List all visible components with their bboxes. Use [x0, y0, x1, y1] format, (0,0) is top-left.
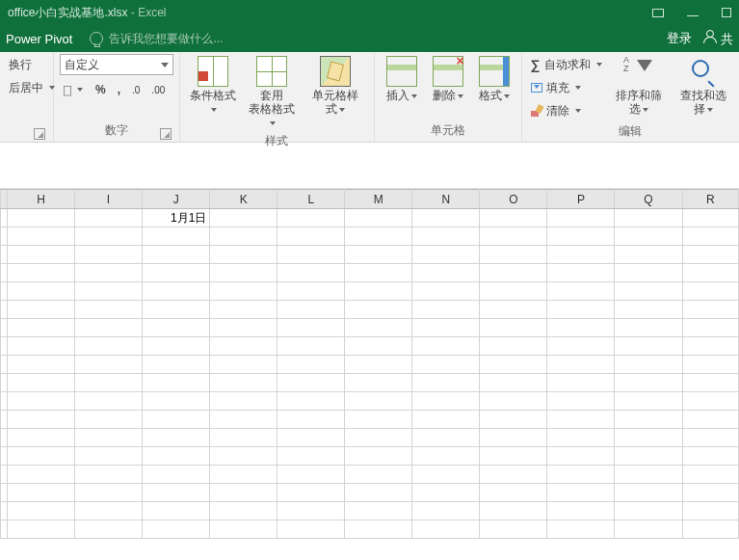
cell-J10[interactable]: [142, 374, 209, 392]
row-header[interactable]: [1, 429, 8, 447]
cell-J11[interactable]: [142, 392, 209, 411]
cell-K16[interactable]: [210, 484, 277, 502]
cell-K18[interactable]: [210, 520, 277, 539]
cell-L13[interactable]: [277, 429, 345, 447]
row-header[interactable]: [1, 484, 8, 502]
cell-M1[interactable]: [345, 209, 412, 227]
cell-styles-button[interactable]: 单元格样式: [303, 54, 367, 118]
cell-L6[interactable]: [277, 301, 345, 319]
tell-me-box[interactable]: 告诉我您想要做什么...: [90, 31, 223, 47]
cell-I7[interactable]: [75, 319, 143, 337]
cell-K12[interactable]: [210, 411, 277, 429]
cell-K4[interactable]: [210, 264, 277, 282]
cell-N16[interactable]: [412, 484, 480, 502]
cell-Q13[interactable]: [615, 429, 682, 447]
cell-Q16[interactable]: [615, 484, 682, 502]
cell-N13[interactable]: [412, 429, 480, 447]
cell-M13[interactable]: [345, 429, 412, 447]
cell-R10[interactable]: [682, 374, 738, 392]
row-header[interactable]: [1, 374, 8, 392]
column-header-I[interactable]: I: [75, 190, 143, 209]
decrease-decimal-button[interactable]: .00: [148, 79, 168, 100]
cell-K3[interactable]: [210, 246, 277, 264]
cell-H15[interactable]: [8, 466, 75, 484]
row-header[interactable]: [1, 319, 8, 337]
cell-L12[interactable]: [277, 411, 345, 429]
cell-M8[interactable]: [345, 337, 412, 356]
merge-center-button[interactable]: 后居中: [6, 77, 58, 98]
cell-N4[interactable]: [412, 264, 480, 282]
cell-P4[interactable]: [547, 264, 615, 282]
cell-N2[interactable]: [412, 227, 480, 246]
cell-P11[interactable]: [547, 392, 615, 411]
cell-I18[interactable]: [75, 520, 143, 539]
worksheet-grid[interactable]: HIJKLMNOPQR1月1日: [0, 189, 739, 539]
cell-H7[interactable]: [8, 319, 75, 337]
row-header[interactable]: [1, 447, 8, 466]
column-header-H[interactable]: H: [8, 190, 75, 209]
percent-style-button[interactable]: %: [92, 79, 109, 100]
ribbon-display-icon[interactable]: [652, 9, 664, 17]
column-header-M[interactable]: M: [345, 190, 412, 209]
cell-H2[interactable]: [8, 227, 75, 246]
cell-P5[interactable]: [547, 282, 615, 301]
insert-cells-button[interactable]: 插入: [381, 54, 423, 104]
cell-L2[interactable]: [277, 227, 345, 246]
cell-J1[interactable]: 1月1日: [142, 209, 209, 227]
increase-decimal-button[interactable]: .0: [129, 79, 143, 100]
cell-R2[interactable]: [682, 227, 738, 246]
cell-K8[interactable]: [210, 337, 277, 356]
cell-Q18[interactable]: [615, 520, 682, 539]
cell-L14[interactable]: [277, 447, 345, 466]
cell-J3[interactable]: [142, 246, 209, 264]
cell-O4[interactable]: [480, 264, 547, 282]
cell-N12[interactable]: [412, 411, 480, 429]
cell-L18[interactable]: [277, 520, 345, 539]
cell-J4[interactable]: [142, 264, 209, 282]
cell-K14[interactable]: [210, 447, 277, 466]
row-header[interactable]: [1, 227, 8, 246]
comma-style-button[interactable]: ,: [115, 79, 123, 100]
cell-R15[interactable]: [682, 466, 738, 484]
cell-O16[interactable]: [480, 484, 547, 502]
cell-Q10[interactable]: [615, 374, 682, 392]
cell-K2[interactable]: [210, 227, 277, 246]
cell-O18[interactable]: [480, 520, 547, 539]
cell-H5[interactable]: [8, 282, 75, 301]
cell-N6[interactable]: [412, 301, 480, 319]
cell-H17[interactable]: [8, 502, 75, 520]
cell-K11[interactable]: [210, 392, 277, 411]
column-header-K[interactable]: K: [210, 190, 277, 209]
cell-H3[interactable]: [8, 246, 75, 264]
cell-O17[interactable]: [480, 502, 547, 520]
cell-J17[interactable]: [142, 502, 209, 520]
cell-O5[interactable]: [480, 282, 547, 301]
cell-R12[interactable]: [682, 411, 738, 429]
cell-K7[interactable]: [210, 319, 277, 337]
cell-N15[interactable]: [412, 466, 480, 484]
cell-Q7[interactable]: [615, 319, 682, 337]
cell-R5[interactable]: [682, 282, 738, 301]
cell-L3[interactable]: [277, 246, 345, 264]
accounting-format-button[interactable]: ⎕: [60, 79, 87, 100]
find-select-button[interactable]: 查找和选择: [673, 54, 733, 118]
cell-R4[interactable]: [682, 264, 738, 282]
cell-R13[interactable]: [682, 429, 738, 447]
cell-N5[interactable]: [412, 282, 480, 301]
cell-O9[interactable]: [480, 356, 547, 374]
cell-H4[interactable]: [8, 264, 75, 282]
cell-L7[interactable]: [277, 319, 345, 337]
delete-cells-button[interactable]: 删除: [427, 54, 469, 104]
cell-P15[interactable]: [547, 466, 615, 484]
cell-P14[interactable]: [547, 447, 615, 466]
cell-I13[interactable]: [75, 429, 143, 447]
cell-M10[interactable]: [345, 374, 412, 392]
cell-P17[interactable]: [547, 502, 615, 520]
cell-I6[interactable]: [75, 301, 143, 319]
cell-I10[interactable]: [75, 374, 143, 392]
cell-Q1[interactable]: [615, 209, 682, 227]
cell-R11[interactable]: [682, 392, 738, 411]
cell-R14[interactable]: [682, 447, 738, 466]
cell-P7[interactable]: [547, 319, 615, 337]
cell-J16[interactable]: [142, 484, 209, 502]
